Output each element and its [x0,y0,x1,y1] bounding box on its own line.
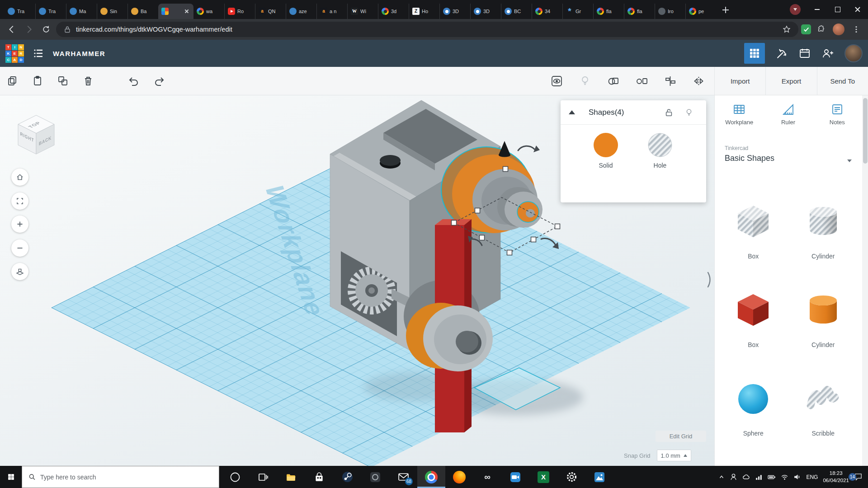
undo-icon[interactable] [127,75,140,87]
shape-tile-box[interactable]: Box [721,202,786,260]
taskbar-search[interactable] [22,466,219,488]
browser-tab[interactable]: Ma [66,4,97,19]
taskbar-app-cortana[interactable] [221,466,249,488]
browser-tab[interactable]: fla [593,4,624,19]
taskbar-app-video[interactable] [501,466,529,488]
scrollbar-thumb[interactable] [863,98,868,164]
hole-swatch[interactable] [648,133,672,157]
browser-tab[interactable]: 3D [439,4,470,19]
language-indicator[interactable]: ENG [806,474,818,480]
view-cube[interactable]: TOP RIGHT BACK [13,111,60,158]
new-tab-button[interactable] [719,3,732,17]
taskbar-app-infinity[interactable]: ∞ [473,466,501,488]
browser-tab[interactable]: Tra [35,4,66,19]
tab-close-icon[interactable] [183,8,190,15]
export-button[interactable]: Export [765,67,816,95]
extension-check-icon[interactable] [801,24,811,34]
onedrive-cloud-icon[interactable] [742,473,750,481]
solid-color-swatch[interactable] [594,133,618,157]
browser-tab[interactable]: Tra [5,4,35,19]
design-menu-icon[interactable] [33,48,44,59]
browser-tab[interactable]: aa n [316,4,347,19]
workplane-tool[interactable]: Workplane [715,103,764,126]
shape-tile-box[interactable]: Box [721,291,786,348]
blocks-view-button[interactable] [744,43,765,64]
wifi-icon[interactable] [781,473,788,481]
browser-tab[interactable]: *Gr [562,4,593,19]
mirror-icon[interactable] [693,75,705,87]
browser-tab[interactable]: 34 [532,4,562,19]
taskbar-app-file-explorer[interactable] [277,466,305,488]
minimize-button[interactable] [807,0,827,19]
browser-tab[interactable]: fla [624,4,655,19]
browser-tab[interactable]: aze [286,4,316,19]
browser-tab[interactable]: wa [193,4,224,19]
import-button[interactable]: Import [714,67,765,95]
back-icon[interactable] [5,22,19,37]
maximize-button[interactable] [827,0,848,19]
browser-tab[interactable]: 3D [470,4,501,19]
paste-icon[interactable] [32,75,43,87]
browser-tab[interactable]: Ro [224,4,255,19]
library-name[interactable]: Basic Shapes [725,154,774,163]
browser-tab[interactable]: aQN [255,4,286,19]
taskbar-app-chrome[interactable] [417,466,445,488]
taskbar-app-steam[interactable] [333,466,361,488]
browser-tab[interactable]: Ba [127,4,158,19]
signal-bars-icon[interactable] [755,473,763,481]
solid-option[interactable]: Solid [581,133,631,169]
bookmark-star-icon[interactable] [782,25,791,34]
browser-tab[interactable]: Sin [97,4,127,19]
extensions-puzzle-icon[interactable] [814,22,828,37]
send-to-button[interactable]: Send To [817,67,868,95]
front-wheel[interactable] [406,303,493,371]
browser-tab[interactable]: pe [685,4,716,19]
calendar-icon[interactable] [799,47,811,59]
collapse-panel-icon[interactable] [569,110,575,114]
zoom-in-button[interactable] [11,216,28,233]
taskbar-app-store[interactable] [305,466,333,488]
user-avatar[interactable] [844,44,863,62]
redo-icon[interactable] [153,75,165,87]
taskbar-app-excel[interactable]: X [529,466,557,488]
browser-tab[interactable]: WWi [347,4,378,19]
clock[interactable]: 18:23 06/04/2021 [823,470,849,484]
sidebar-scrollbar[interactable] [862,95,868,466]
delete-icon[interactable] [82,75,94,87]
invite-person-icon[interactable] [821,47,834,60]
browser-tab[interactable]: Iro [655,4,685,19]
unlock-icon[interactable] [665,108,674,117]
snap-grid-dropdown[interactable]: 1.0 mm [657,450,691,461]
action-center-button[interactable]: 14 [854,473,863,481]
copy-icon[interactable] [6,75,18,87]
home-view-button[interactable] [11,169,28,186]
duplicate-icon[interactable] [57,75,69,87]
person-tray-icon[interactable] [730,473,737,481]
library-dropdown-caret-icon[interactable] [847,160,852,162]
taskbar-app-firefox[interactable] [445,466,473,488]
browser-tab[interactable]: BC [501,4,532,19]
browser-profile-avatar[interactable] [833,23,844,35]
inspect-eye-icon[interactable] [551,75,563,87]
taskbar-app-photos[interactable] [585,466,613,488]
hidden-icons-caret-icon[interactable] [718,474,725,480]
forward-icon[interactable] [22,22,36,37]
start-button[interactable] [0,466,22,488]
battery-icon[interactable] [768,473,776,481]
group-icon[interactable] [607,75,619,87]
browser-tab[interactable]: 3d [378,4,409,19]
shape-tile-scribble[interactable]: Scribble [791,379,856,437]
taskbar-app-settings[interactable] [557,466,585,488]
lightbulb-icon[interactable] [579,75,591,87]
visibility-bulb-icon[interactable] [684,108,693,117]
ruler-tool[interactable]: Ruler [764,103,812,126]
close-button[interactable] [848,0,868,19]
perspective-toggle-button[interactable] [11,263,28,280]
shape-tile-cylinder[interactable]: Cylinder [791,202,856,260]
refresh-icon[interactable] [39,22,53,37]
browser-tab[interactable]: ZHo [409,4,439,19]
tinkercad-logo[interactable]: TINKERCAD [5,44,24,63]
search-input[interactable] [40,474,212,481]
tinker-pickaxe-icon[interactable] [776,47,788,60]
sidebar-collapse-handle[interactable] [706,270,713,291]
